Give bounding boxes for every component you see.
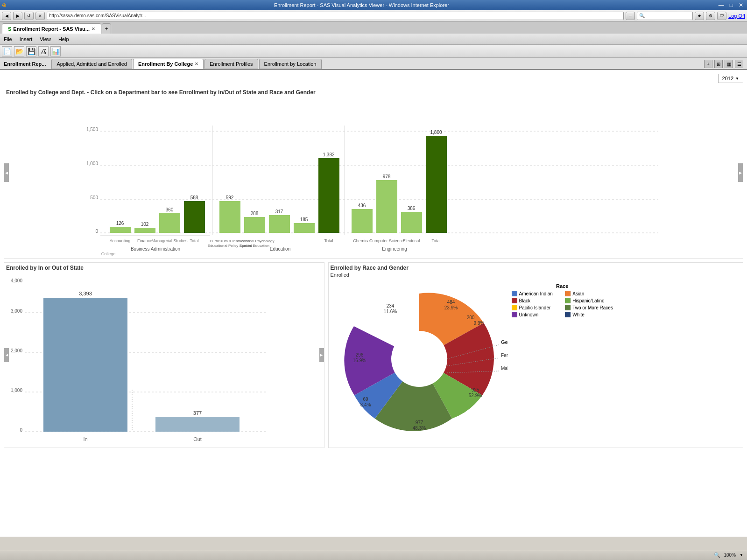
app-icon-bar: 📄 📂 💾 🖨 📊 — [0, 45, 747, 58]
svg-text:Managerial Studies: Managerial Studies — [151, 238, 188, 243]
legend-pacific-islander: Pacific Islander — [512, 305, 560, 310]
add-section-btn[interactable]: + — [704, 60, 712, 68]
year-value: 2012 — [722, 76, 733, 81]
donut-chart[interactable]: 200 9.9% 484 23.9% 234 11.6% 296 16.9% 6… — [331, 280, 508, 438]
svg-text:977: 977 — [415, 420, 423, 425]
save-icon[interactable]: 💾 — [26, 46, 36, 56]
svg-text:Educational Psychology: Educational Psychology — [235, 239, 275, 243]
right-scroll-arrow[interactable]: ▶ — [738, 163, 743, 182]
chart-icon[interactable]: 📊 — [50, 46, 61, 56]
zoom-level: 100% — [724, 553, 736, 558]
bar-cs[interactable] — [376, 180, 397, 233]
bar-ba-total[interactable] — [184, 201, 205, 233]
college-bar-chart[interactable]: 0 500 1,000 1,500 126 Accounting 102 — [84, 98, 663, 256]
file-menu[interactable]: File — [4, 36, 12, 42]
svg-text:386: 386 — [408, 206, 416, 211]
bar-eng-total[interactable] — [426, 136, 447, 233]
svg-text:185: 185 — [300, 217, 308, 222]
svg-text:1,382: 1,382 — [323, 152, 334, 157]
safety-btn[interactable]: 🛡 — [717, 12, 726, 20]
svg-text:Total: Total — [324, 238, 333, 243]
search-bar[interactable]: 🔍 — [637, 12, 693, 20]
svg-text:0: 0 — [95, 229, 98, 234]
tab-close-icon[interactable]: ✕ — [92, 27, 95, 31]
bar-edu-total[interactable] — [318, 158, 339, 233]
bar-accounting[interactable] — [110, 227, 131, 233]
legend-two-more-races: Two or More Races — [565, 305, 613, 310]
insert-menu[interactable]: Insert — [20, 36, 33, 42]
svg-text:296: 296 — [355, 352, 363, 357]
tab-enrollment-college-close[interactable]: ✕ — [195, 62, 198, 66]
legend-color-american-indian — [512, 291, 517, 296]
svg-text:Education: Education — [270, 246, 290, 252]
log-off-link[interactable]: Log Off — [728, 13, 745, 19]
svg-text:Accounting: Accounting — [110, 238, 131, 243]
bar-out[interactable] — [155, 417, 240, 432]
svg-text:0: 0 — [20, 427, 22, 433]
legend-american-indian: American Indian — [512, 291, 560, 296]
url-text: http://sasva.demo.sas.com/SASVisualAnaly… — [49, 13, 146, 18]
nav-bar: ◀ ▶ ↺ ✕ http://sasva.demo.sas.com/SASVis… — [0, 10, 747, 21]
tab-location[interactable]: Enrollment by Location — [259, 59, 322, 69]
back-btn[interactable]: ◀ — [2, 12, 11, 20]
browser-icon: ⊕ — [2, 2, 7, 8]
tab-profiles[interactable]: Enrollment Profiles — [204, 59, 258, 69]
bar-317[interactable] — [269, 215, 290, 233]
left-arrow-lower[interactable]: ◀ — [4, 348, 9, 362]
print-icon[interactable]: 🖨 — [38, 46, 49, 56]
help-menu[interactable]: Help — [58, 36, 69, 42]
svg-text:23.9%: 23.9% — [444, 305, 457, 310]
minimize-btn[interactable]: — — [717, 2, 726, 8]
new-tab-btn[interactable]: + — [102, 23, 111, 34]
url-bar[interactable]: http://sasva.demo.sas.com/SASVisualAnaly… — [47, 12, 624, 20]
view-menu[interactable]: View — [40, 36, 51, 42]
tab-location-label: Enrollment by Location — [264, 61, 317, 67]
tile-view-btn[interactable]: ▦ — [725, 60, 733, 68]
tab-applied[interactable]: Applied, Admitted and Enrolled — [51, 59, 132, 69]
left-scroll-arrow[interactable]: ◀ — [4, 163, 9, 182]
bar-managerial[interactable] — [159, 213, 180, 233]
refresh-btn[interactable]: ↺ — [24, 12, 34, 20]
bar-curriculum[interactable] — [219, 201, 240, 233]
bar-185[interactable] — [294, 223, 315, 233]
tools-btn[interactable]: ⚙ — [706, 12, 715, 20]
grid-view-btn[interactable]: ⊞ — [714, 60, 723, 68]
svg-text:Gender: Gender — [501, 339, 508, 345]
bar-electrical[interactable] — [401, 212, 422, 233]
bar-chemical[interactable] — [352, 209, 373, 233]
race-legend-title: Race — [512, 283, 613, 289]
tab-title: Enrollment Report - SAS Visu... — [13, 26, 90, 32]
forward-btn[interactable]: ▶ — [13, 12, 22, 20]
favorites-btn[interactable]: ★ — [695, 12, 704, 20]
svg-text:In: In — [83, 436, 87, 442]
list-view-btn[interactable]: ☰ — [735, 60, 743, 68]
zoom-dropdown[interactable]: ▼ — [740, 553, 743, 557]
main-content: 2012 ▼ Enrolled by College and Dept. - C… — [0, 70, 747, 537]
new-doc-icon[interactable]: 📄 — [2, 46, 12, 56]
report-nav-title: Enrollment Rep... — [4, 61, 46, 67]
race-gender-subtitle: Enrolled — [331, 272, 741, 278]
tab-enrollment-college[interactable]: Enrollment By College ✕ — [133, 59, 204, 69]
maximize-btn[interactable]: □ — [728, 2, 735, 8]
year-select[interactable]: 2012 ▼ — [718, 74, 743, 83]
svg-text:Finance: Finance — [137, 238, 152, 243]
right-arrow-lower[interactable]: ▶ — [319, 348, 324, 362]
svg-text:288: 288 — [251, 211, 259, 216]
go-btn[interactable]: → — [626, 12, 635, 20]
browser-tab[interactable]: S Enrollment Report - SAS Visu... ✕ — [2, 23, 101, 34]
svg-text:500: 500 — [90, 195, 98, 200]
tab-applied-label: Applied, Admitted and Enrolled — [56, 61, 127, 67]
state-bar-chart[interactable]: 0 1,000 2,000 3,000 4,000 3,393 In 3 — [6, 273, 277, 446]
svg-text:Female: Female — [501, 353, 508, 358]
lower-charts: Enrolled by In or Out of State ◀ ▶ 0 1,0… — [4, 262, 743, 448]
race-gender-section: Enrolled by Race and Gender Enrolled — [328, 262, 743, 448]
open-doc-icon[interactable]: 📂 — [14, 46, 24, 56]
bar-edpsych[interactable] — [244, 217, 265, 233]
stop-btn[interactable]: ✕ — [35, 12, 45, 20]
svg-text:436: 436 — [358, 203, 366, 208]
close-btn[interactable]: ✕ — [737, 2, 745, 8]
legend-white: White — [565, 312, 613, 317]
bar-finance[interactable] — [134, 228, 155, 233]
bar-in[interactable] — [43, 298, 127, 432]
svg-text:484: 484 — [447, 300, 455, 305]
